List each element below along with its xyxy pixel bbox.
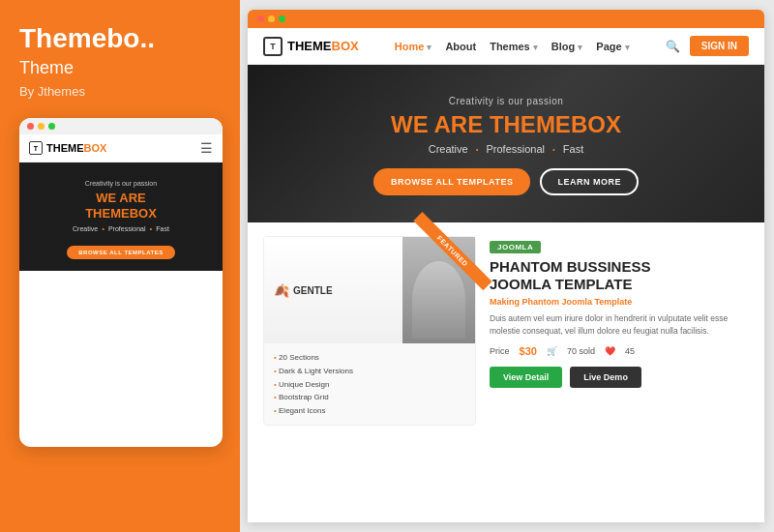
bullet-2: • <box>149 224 152 233</box>
mobile-logo-text: THEMEBOX <box>46 142 106 154</box>
app-author: By Jthemes <box>19 84 221 99</box>
hero-tagline: Creativity is our passion <box>263 96 749 106</box>
hero-feature-fast: Fast <box>563 143 583 155</box>
cart-icon: 🛒 <box>547 346 557 356</box>
logo-icon: T <box>263 37 283 56</box>
product-image-top: 🍂 GENTLE <box>264 237 475 343</box>
live-demo-button[interactable]: Live Demo <box>570 367 641 388</box>
price-new: $30 <box>520 345 537 357</box>
view-detail-button[interactable]: View Detail <box>490 367 562 388</box>
mobile-headline2: THEMEBOX <box>85 206 157 221</box>
dot-red <box>27 123 34 130</box>
mobile-feature-1: Creative <box>73 225 98 232</box>
home-arrow: ▾ <box>427 43 432 52</box>
page-arrow: ▾ <box>625 43 630 52</box>
features-ul: 20 Sections Dark & Light Versions Unique… <box>274 351 465 417</box>
hamburger-icon[interactable]: ☰ <box>200 140 213 156</box>
hero-feature-creative: Creative <box>429 143 468 155</box>
hero-headline-white: WE ARE <box>391 111 490 137</box>
mobile-feature-3: Fast <box>156 225 169 232</box>
dot-yellow <box>38 123 45 130</box>
desktop-nav: T THEMEBOX Home ▾ About Themes ▾ Blog ▾ … <box>248 28 764 65</box>
product-actions: View Detail Live Demo <box>490 367 749 388</box>
nav-home[interactable]: Home ▾ <box>395 41 432 52</box>
themes-arrow: ▾ <box>533 43 538 52</box>
hero-buttons: BROWSE ALL TEMPLATES LEARN MORE <box>263 168 749 195</box>
hero-bullet-1: • <box>476 145 479 154</box>
hero-content: Creativity is our passion WE ARE THEMEBO… <box>263 96 749 195</box>
hero-feature-professional: Professional <box>487 143 546 155</box>
mobile-logo: T THEMEBOX <box>29 141 106 155</box>
desktop-logo-text: THEMEBOX <box>287 39 359 53</box>
product-card-logo-text: GENTLE <box>293 285 333 296</box>
desktop-menu: Home ▾ About Themes ▾ Blog ▾ Page ▾ <box>395 41 630 52</box>
hero-title: WE ARE THEMEBOX <box>263 112 749 137</box>
mobile-hero-tagline: Creativity is our passion <box>29 180 213 187</box>
feature-item: 20 Sections <box>274 351 465 365</box>
desktop-wrapper: T THEMEBOX Home ▾ About Themes ▾ Blog ▾ … <box>248 10 764 522</box>
blog-arrow: ▾ <box>578 43 582 52</box>
nav-page[interactable]: Page ▾ <box>596 41 629 52</box>
app-subtitle: Theme <box>19 58 221 78</box>
desktop-browser-bar <box>248 10 764 28</box>
product-meta: Price $30 🛒 70 sold ❤️ 45 <box>490 345 749 357</box>
signin-button[interactable]: SIGN IN <box>690 36 749 56</box>
mobile-nav: T THEMEBOX ☰ <box>19 134 223 163</box>
desktop-logo: T THEMEBOX <box>263 37 359 56</box>
mobile-preview: T THEMEBOX ☰ Creativity is our passion W… <box>19 118 223 447</box>
sold-count: 70 sold <box>567 346 595 356</box>
feature-item: Elegant Icons <box>274 404 465 418</box>
desktop-logo-orange: BOX <box>332 39 359 53</box>
dot-green <box>48 123 55 130</box>
mobile-browser-bar <box>19 118 223 134</box>
mobile-browse-button[interactable]: BROWSE ALL TEMPLATES <box>67 246 175 259</box>
product-sub-title: Making Phantom Joomla Template <box>490 297 749 307</box>
learn-more-button[interactable]: LEARN MORE <box>540 168 639 195</box>
left-panel: Themebo.. Theme By Jthemes T THEMEBOX ☰ … <box>0 0 240 532</box>
desktop-dot-red <box>257 15 264 22</box>
mobile-hero-features: Creative • Professional • Fast <box>29 224 213 233</box>
mobile-hero: Creativity is our passion WE ARE THEMEBO… <box>19 163 223 271</box>
feature-item: Unique Design <box>274 378 465 392</box>
leaf-icon: 🍂 <box>274 283 289 298</box>
mobile-headline1: WE ARE <box>96 191 146 205</box>
product-description: Duis autem vel eum iriure dolor in hendr… <box>490 312 749 338</box>
hero-headline-orange: THEMEBOX <box>490 111 621 137</box>
product-title: PHANTOM BUSSINESSJOOMLA TEMPLATE <box>490 258 749 293</box>
product-features-list: 20 Sections Dark & Light Versions Unique… <box>264 343 475 425</box>
desktop-dot-yellow <box>268 15 275 22</box>
likes-count: 45 <box>625 346 635 356</box>
nav-blog[interactable]: Blog ▾ <box>551 41 583 52</box>
hero-features: Creative • Professional • Fast <box>263 143 749 155</box>
mobile-logo-icon: T <box>29 141 43 155</box>
hero-bullet-2: • <box>552 145 555 154</box>
joomla-badge: JOOMLA <box>490 241 541 253</box>
mobile-feature-2: Professional <box>108 225 146 232</box>
feature-item: Dark & Light Versions <box>274 365 465 378</box>
price-label: Price <box>490 346 510 356</box>
product-info: JOOMLA PHANTOM BUSSINESSJOOMLA TEMPLATE … <box>490 236 749 388</box>
nav-about[interactable]: About <box>445 41 476 52</box>
product-section: 🍂 GENTLE 20 Sections Dark & Light Versio… <box>248 222 764 439</box>
desktop-hero: Creativity is our passion WE ARE THEMEBO… <box>248 65 764 222</box>
mobile-hero-title: WE ARE THEMEBOX <box>29 191 213 221</box>
desktop-dot-green <box>279 15 285 22</box>
bullet-1: • <box>102 224 104 233</box>
feature-item: Bootstrap Grid <box>274 391 465 404</box>
app-title: Themebo.. <box>19 23 221 54</box>
right-panel: T THEMEBOX Home ▾ About Themes ▾ Blog ▾ … <box>240 0 774 532</box>
product-image-card: 🍂 GENTLE 20 Sections Dark & Light Versio… <box>263 236 476 426</box>
nav-themes[interactable]: Themes ▾ <box>490 41 538 52</box>
heart-icon: ❤️ <box>605 346 615 356</box>
mobile-logo-orange: BOX <box>84 142 107 154</box>
desktop-menu-right: 🔍 SIGN IN <box>666 36 749 56</box>
search-icon[interactable]: 🔍 <box>666 40 680 53</box>
browse-templates-button[interactable]: BROWSE ALL TEMPLATES <box>373 168 530 195</box>
